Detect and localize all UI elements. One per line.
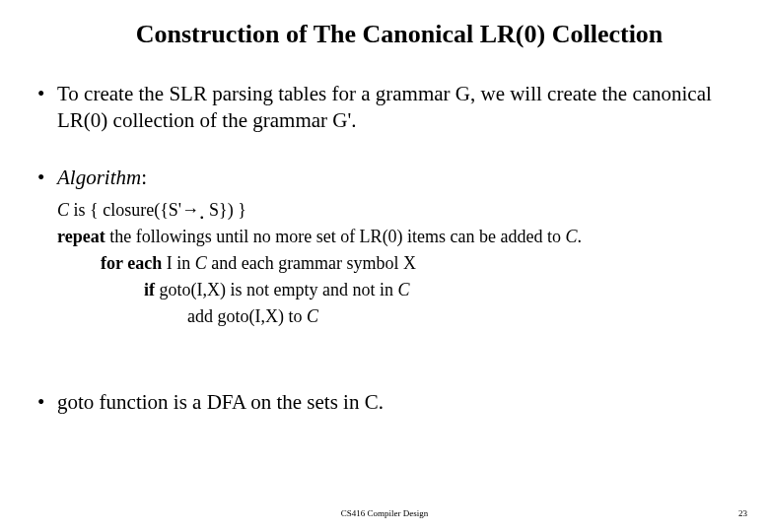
intro-text: To create the SLR parsing tables for a g… bbox=[57, 81, 739, 135]
algorithm-bullet: • Algorithm: C is { closure({S'→. S}) } … bbox=[30, 165, 739, 330]
algo-c-var: C bbox=[57, 200, 69, 220]
if-mid: goto(I,X) is not empty and not in bbox=[155, 280, 397, 299]
goto-text: goto function is a DFA on the sets in C. bbox=[57, 389, 739, 416]
foreach-c-var: C bbox=[195, 253, 207, 273]
add-text: add goto(I,X) to bbox=[187, 306, 307, 326]
if-c-var: C bbox=[397, 280, 409, 299]
add-c-var: C bbox=[307, 306, 318, 326]
algorithm-label: Algorithm bbox=[57, 166, 141, 189]
algo-line-c-is: C is { closure({S'→. S}) } bbox=[57, 197, 739, 224]
period: . bbox=[578, 227, 583, 246]
arrow-icon: → bbox=[181, 200, 199, 220]
bullet-icon: • bbox=[30, 81, 57, 107]
footer-course: CS416 Compiler Design bbox=[0, 508, 769, 518]
intro-bullet: • To create the SLR parsing tables for a… bbox=[30, 81, 739, 135]
repeat-rest: the followings until no more set of LR(0… bbox=[105, 227, 566, 246]
if-keyword: if bbox=[144, 280, 155, 299]
algo-line-foreach: for each I in C and each grammar symbol … bbox=[101, 250, 739, 277]
foreach-keyword: for each bbox=[101, 253, 162, 273]
algo-c-is-suffix: S}) } bbox=[205, 200, 246, 220]
algo-line-add: add goto(I,X) to C bbox=[187, 303, 739, 330]
bullet-icon: • bbox=[30, 165, 57, 191]
algorithm-body: C is { closure({S'→. S}) } repeat the fo… bbox=[57, 197, 739, 330]
repeat-c-var: C bbox=[566, 227, 578, 246]
goto-bullet: • goto function is a DFA on the sets in … bbox=[30, 389, 739, 416]
colon: : bbox=[141, 166, 147, 189]
algo-line-if: if goto(I,X) is not empty and not in C bbox=[144, 277, 739, 303]
algo-c-is-text: is { closure({S' bbox=[69, 200, 181, 220]
page-number: 23 bbox=[738, 508, 747, 518]
algo-line-repeat: repeat the followings until no more set … bbox=[57, 224, 739, 250]
foreach-rest: and each grammar symbol X bbox=[207, 253, 416, 273]
repeat-keyword: repeat bbox=[57, 227, 105, 246]
page-title: Construction of The Canonical LR(0) Coll… bbox=[59, 20, 739, 49]
bullet-icon: • bbox=[30, 389, 57, 416]
foreach-mid: I in bbox=[162, 253, 195, 273]
